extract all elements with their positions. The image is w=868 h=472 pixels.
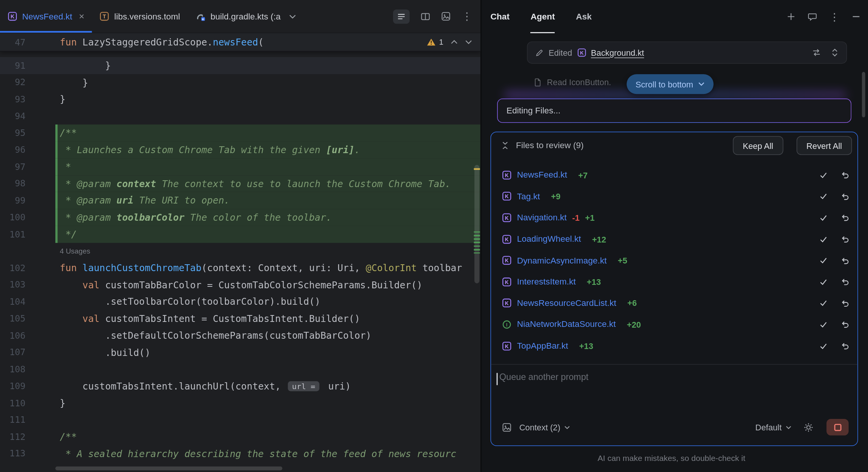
scroll-to-bottom-button[interactable]: Scroll to bottom: [627, 74, 714, 94]
code-editor[interactable]: 47fun LazyStaggeredGridScope.newsFeed( 1…: [0, 33, 481, 472]
tab-ask[interactable]: Ask: [576, 0, 591, 33]
file-name-link[interactable]: NiaNetworkDataSource.kt: [517, 320, 615, 330]
line-number: 108: [0, 361, 26, 378]
keep-all-button[interactable]: Keep All: [733, 136, 783, 155]
show-diff-icon[interactable]: [812, 48, 821, 57]
file-name-link[interactable]: Tag.kt: [517, 191, 540, 201]
attach-image-icon[interactable]: [502, 422, 512, 432]
line-number: 113: [0, 445, 26, 462]
hidden-tabs-chevron-icon[interactable]: [289, 14, 296, 19]
file-name-link[interactable]: Navigation.kt: [517, 213, 567, 223]
file-review-row[interactable]: K Tag.kt +9: [491, 186, 857, 207]
next-occurrence-icon[interactable]: [465, 40, 472, 44]
tab-libs-versions-toml[interactable]: T libs.versions.toml: [92, 0, 188, 32]
scroll-pill-label: Scroll to bottom: [635, 79, 693, 89]
new-chat-icon[interactable]: [787, 12, 795, 21]
model-selector[interactable]: Default: [755, 422, 792, 432]
line-number: 94: [0, 108, 26, 124]
code-line: 112/**: [0, 428, 481, 445]
change-stripe-marks: [474, 231, 480, 254]
revert-file-icon[interactable]: [841, 171, 850, 179]
file-name-link[interactable]: LoadingWheel.kt: [517, 234, 581, 244]
close-tab-icon[interactable]: ×: [79, 11, 84, 21]
split-editor-icon[interactable]: [421, 12, 430, 21]
file-review-row[interactable]: K InterestsItem.kt +13: [491, 271, 857, 293]
assistant-scrollbar[interactable]: [862, 72, 865, 117]
tab-newsfeed-kt[interactable]: K NewsFeed.kt ×: [0, 0, 92, 32]
chat-history-icon[interactable]: [808, 12, 817, 21]
line-number: 111: [0, 411, 26, 428]
keep-file-check-icon[interactable]: [819, 213, 828, 222]
line-number: 92: [0, 74, 26, 91]
file-review-row[interactable]: K NewsResourceCardList.kt +6: [491, 293, 857, 314]
keep-file-check-icon[interactable]: [819, 299, 828, 307]
additions-count: +1: [585, 213, 595, 223]
line-number: 107: [0, 344, 26, 361]
editor-horizontal-scrollbar[interactable]: [55, 466, 282, 470]
keep-file-check-icon[interactable]: [819, 192, 828, 200]
keep-file-check-icon[interactable]: [819, 342, 828, 350]
file-review-row[interactable]: K NewsFeed.kt +7: [491, 164, 857, 186]
prompt-input[interactable]: Queue another prompt: [491, 364, 857, 413]
keep-file-check-icon[interactable]: [819, 171, 828, 179]
revert-file-icon[interactable]: [841, 277, 850, 286]
revert-file-icon[interactable]: [841, 299, 850, 307]
line-number: 110: [0, 394, 26, 411]
file-name-link[interactable]: NewsFeed.kt: [517, 170, 567, 180]
kotlin-file-icon: K: [502, 299, 512, 308]
gradle-file-icon: K: [196, 11, 206, 21]
previous-occurrence-icon[interactable]: [450, 40, 458, 44]
code-line: 93}: [0, 91, 481, 108]
read-file-row[interactable]: Read IconButton.: [534, 78, 611, 87]
revert-file-icon[interactable]: [841, 320, 850, 329]
keep-file-check-icon[interactable]: [819, 256, 828, 265]
edited-file-link[interactable]: Background.kt: [591, 48, 644, 57]
hide-panel-icon[interactable]: [852, 12, 860, 21]
revert-file-icon[interactable]: [841, 341, 850, 350]
list-view-icon[interactable]: [393, 9, 410, 24]
svg-text:K: K: [505, 194, 509, 200]
revert-file-icon[interactable]: [841, 192, 850, 201]
line-number: 98: [0, 175, 26, 192]
code-line: 113 * A sealed hierarchy describing the …: [0, 445, 481, 462]
code-line: 47fun LazyStaggeredGridScope.newsFeed(: [0, 33, 481, 51]
file-review-row[interactable]: K LoadingWheel.kt +12: [491, 228, 857, 250]
revert-all-button[interactable]: Revert All: [797, 136, 852, 155]
line-number: 96: [0, 141, 26, 158]
image-preview-icon[interactable]: [441, 11, 451, 21]
editor-more-options-icon[interactable]: ⋮: [462, 10, 472, 23]
chevron-down-icon: [564, 425, 570, 429]
collapse-icon[interactable]: [501, 141, 509, 150]
context-selector[interactable]: Context (2): [519, 422, 570, 432]
code-area[interactable]: 91 }92 }93}9495/**96 * Launches a Custom…: [0, 52, 481, 462]
keep-file-check-icon[interactable]: [819, 278, 828, 286]
sticky-line[interactable]: 47fun LazyStaggeredGridScope.newsFeed( 1: [0, 33, 481, 52]
tab-chat[interactable]: Chat: [491, 0, 510, 33]
warning-badge[interactable]: 1: [427, 38, 443, 47]
file-name-link[interactable]: TopAppBar.kt: [517, 341, 568, 351]
expand-card-icon[interactable]: [831, 48, 839, 57]
assistant-more-options-icon[interactable]: ⋮: [829, 10, 840, 23]
editor-vertical-scrollbar[interactable]: [474, 165, 479, 283]
review-header: Files to review (9) Keep All Revert All: [491, 132, 857, 159]
line-number: [0, 242, 26, 259]
file-review-row[interactable]: K TopAppBar.kt +13: [491, 335, 857, 357]
file-name-link[interactable]: DynamicAsyncImage.kt: [517, 255, 607, 265]
file-review-row[interactable]: K Navigation.kt -1 +1: [491, 207, 857, 228]
revert-file-icon[interactable]: [841, 234, 850, 243]
tab-agent[interactable]: Agent: [531, 0, 555, 33]
keep-file-check-icon[interactable]: [819, 320, 828, 329]
kotlin-file-icon: K: [502, 234, 512, 244]
revert-file-icon[interactable]: [841, 256, 850, 265]
file-name-link[interactable]: NewsResourceCardList.kt: [517, 298, 616, 308]
edited-file-card[interactable]: Edited K Background.kt: [527, 42, 847, 64]
revert-file-icon[interactable]: [841, 213, 850, 222]
tab-build-gradle-kts[interactable]: K build.gradle.kts (:a: [188, 0, 304, 32]
file-review-row[interactable]: K DynamicAsyncImage.kt +5: [491, 250, 857, 271]
stop-generation-button[interactable]: [826, 419, 849, 435]
settings-gear-icon[interactable]: [804, 422, 813, 432]
file-review-row[interactable]: I NiaNetworkDataSource.kt +20: [491, 314, 857, 335]
usages-inlay-hint[interactable]: 4 Usages: [60, 247, 90, 255]
keep-file-check-icon[interactable]: [819, 235, 828, 243]
file-name-link[interactable]: InterestsItem.kt: [517, 277, 576, 287]
